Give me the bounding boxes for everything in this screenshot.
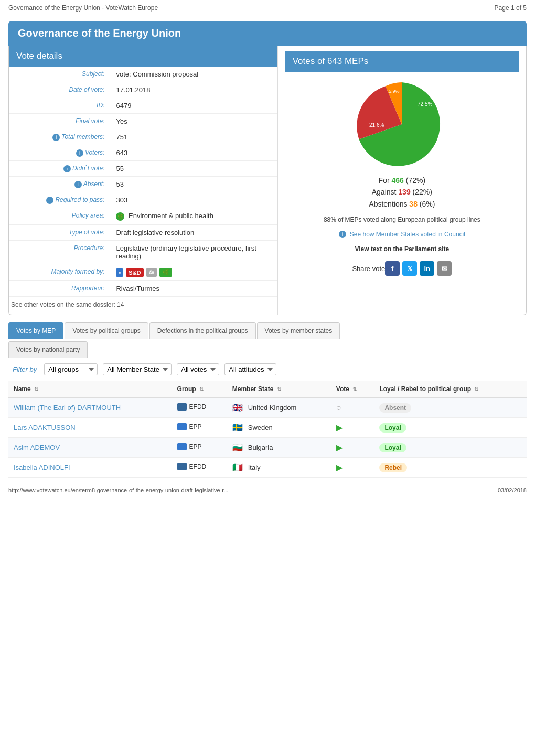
vote-filter-select[interactable]: All votes For Against Abstain Absent [177,363,219,375]
label-policy: Policy area: [9,208,111,225]
cell-group: EFDD [172,397,227,418]
filter-row: Filter by All groups EPP S&D ECR ALDE GU… [8,358,527,381]
tab-defections[interactable]: Defections in the political groups [149,322,256,339]
table-row: Subject: vote: Commission proposal [9,67,277,82]
vote-details-header: Vote details [9,46,277,67]
page-number: Page 1 of 5 [495,4,527,12]
email-share-button[interactable]: ✉ [437,261,452,276]
tab-votes-by-member-states[interactable]: Votes by member states [257,322,340,339]
label-majority: Majority formed by: [9,264,111,281]
label-type: Type of vote: [9,225,111,241]
table-row: Final vote: Yes [9,114,277,129]
table-row: Asim ADEMOV EPP 🇧🇬 Bulgaria ▶ Loyal [8,438,527,458]
group-name: EPP [189,443,202,450]
loyalty-badge: Rebel [379,463,407,472]
see-other-text: See other votes on the same dossier: 14 [9,301,277,308]
col-name[interactable]: Name ⇅ [8,381,172,397]
linkedin-share-button[interactable]: in [420,261,434,276]
cell-country: 🇮🇹 Italy [227,458,331,478]
group-filter-select[interactable]: All groups EPP S&D ECR ALDE GUE/NGL Gree… [44,363,98,375]
table-row: iRequired to pass: 303 [9,192,277,208]
info-icon: i [74,181,82,188]
group-color-box [177,463,187,470]
cell-vote: ▶ [331,438,374,458]
group-color-box [177,403,187,411]
label-rapporteur: Rapporteur: [9,281,111,297]
footer-url: http://www.votewatch.eu/en/term8-governa… [8,487,228,493]
country-name: Sweden [248,424,273,431]
info-icon: i [63,165,71,172]
table-row: Rapporteur: Rivasi/Turmes [9,281,277,297]
parliament-link[interactable]: View text on the Parliament site [355,245,449,253]
mep-name-link[interactable]: Lars ADAKTUSSON [14,424,76,431]
loyalty-badge: Absent [379,403,411,413]
council-link[interactable]: i See how Member States voted in Council [339,231,465,238]
country-flag-icon: 🇧🇬 [232,442,243,452]
info-icon: i [339,231,346,238]
table-row: iTotal members: 751 [9,129,277,145]
value-majority: • S&D ⚖ 🌿 [111,264,277,281]
group-color-box [177,423,187,430]
label-voters: iVoters: [9,145,111,161]
vote-absent-icon: ○ [336,403,341,412]
tab-votes-by-national-party[interactable]: Votes by national party [8,341,88,358]
facebook-share-button[interactable]: f [385,261,400,276]
cell-name: Lars ADAKTUSSON [8,418,172,438]
cell-country: 🇬🇧 United Kingdom [227,397,331,418]
table-row: Procedure: Legislative (ordinary legisla… [9,241,277,264]
value-rapporteur: Rivasi/Turmes [111,281,277,297]
cell-group: EPP [172,438,227,458]
country-name: Bulgaria [248,444,273,451]
footer: http://www.votewatch.eu/en/term8-governa… [0,483,535,498]
info-icon: i [52,134,60,141]
value-didnt-vote: 55 [111,161,277,177]
mep-name-link[interactable]: William (The Earl of) DARTMOUTH [14,404,121,412]
label-subject: Subject: [9,67,111,82]
tab-votes-by-mep[interactable]: Votes by MEP [8,322,63,339]
section-title: Governance of the Energy Union [8,21,527,46]
group-name: EFDD [189,403,207,411]
pie-against-label: 21.6% [369,122,384,128]
mep-name-link[interactable]: Asim ADEMOV [14,444,60,451]
value-required: 303 [111,192,277,208]
country-flag-icon: 🇬🇧 [232,403,243,413]
table-row: Majority formed by: • S&D ⚖ 🌿 [9,264,277,281]
pie-chart: 72.5% 21.6% 5.9% [349,77,454,171]
col-loyalty[interactable]: Loyal / Rebel to political group ⇅ [374,381,527,397]
table-row: William (The Earl of) DARTMOUTH EFDD 🇬🇧 … [8,397,527,418]
table-row: Date of vote: 17.01.2018 [9,82,277,98]
social-icons-container: f 𝕏 in ✉ [385,261,452,276]
col-member-state[interactable]: Member State ⇅ [227,381,331,397]
cell-vote: ▶ [331,458,374,478]
vote-summary: For 466 (72%) Against 139 (22%) Abstenti… [369,175,435,210]
value-procedure: Legislative (ordinary legislative proced… [111,241,277,264]
group-color-box [177,443,187,450]
table-row: ID: 6479 [9,98,277,114]
table-row: Type of vote: Draft legislative resoluti… [9,225,277,241]
tab-votes-by-political-groups[interactable]: Votes by political groups [65,322,148,339]
cell-vote: ○ [331,397,374,418]
cell-name: Asim ADEMOV [8,438,172,458]
col-vote[interactable]: Vote ⇅ [331,381,374,397]
mep-name-link[interactable]: Isabella ADINOLFI [14,463,70,471]
group-name: EPP [189,423,202,430]
country-flag-icon: 🇸🇪 [232,423,243,433]
vote-for-icon: ▶ [336,463,343,472]
value-absent: 53 [111,177,277,192]
value-type: Draft legislative resolution [111,225,277,241]
value-id: 6479 [111,98,277,114]
footer-date: 03/02/2018 [498,487,527,493]
majority-ppe-icon: • [116,268,123,277]
twitter-share-button[interactable]: 𝕏 [402,261,417,276]
cell-country: 🇸🇪 Sweden [227,418,331,438]
info-icon: i [46,197,54,204]
cell-name: Isabella ADINOLFI [8,458,172,478]
label-procedure: Procedure: [9,241,111,264]
col-group[interactable]: Group ⇅ [172,381,227,397]
member-state-filter-select[interactable]: All Member State Germany France United K… [103,363,172,375]
vote-details-table: Subject: vote: Commission proposal Date … [9,67,277,297]
share-label: Share vote [352,265,385,273]
attitude-filter-select[interactable]: All attitudes Loyal Rebel [224,363,276,375]
cell-loyalty: Loyal [374,438,527,458]
tabs-row-2: Votes by national party [8,341,527,358]
